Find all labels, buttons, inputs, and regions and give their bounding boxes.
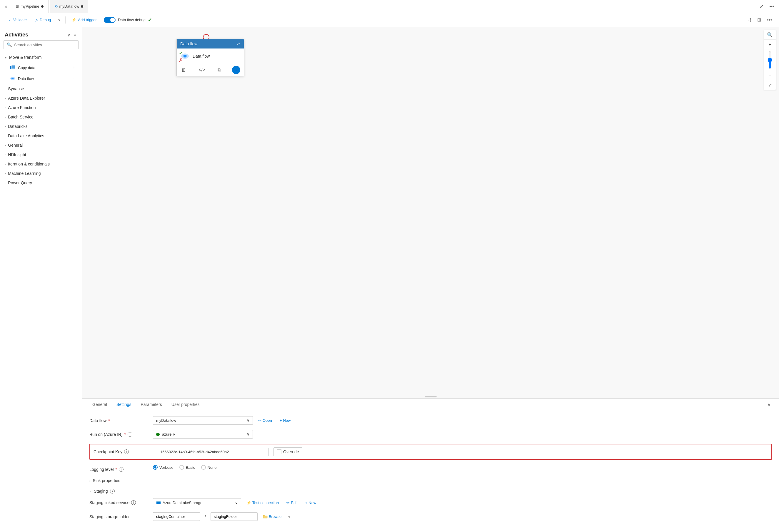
chevron-right-icon: › <box>5 87 6 90</box>
staging-container-input[interactable] <box>153 512 200 521</box>
toolbar-more-btn[interactable]: ••• <box>765 15 774 24</box>
sidebar-group-hdinsight: › HDInsight <box>0 150 82 159</box>
sidebar-group-hdinsight-header[interactable]: › HDInsight <box>0 150 82 159</box>
df-body-label: Data flow <box>193 54 210 59</box>
staging-edit-btn[interactable]: ✏ Edit <box>284 499 300 507</box>
expand-icon-btn[interactable]: ⤢ <box>757 2 766 11</box>
fit-view-btn[interactable]: ⤢ <box>764 80 776 90</box>
radio-basic[interactable]: Basic <box>179 465 195 470</box>
json-btn[interactable]: {} <box>746 15 754 24</box>
sidebar-item-data-flow[interactable]: Data flow ⠿ <box>1 73 81 84</box>
sidebar-minimize-btn[interactable]: « <box>73 32 77 38</box>
table-view-btn[interactable]: ⊞ <box>755 15 764 24</box>
collapse-sidebar-btn[interactable]: » <box>2 3 10 10</box>
staging-ls-dropdown[interactable]: AzureDataLakeStorage ∨ <box>153 498 241 507</box>
staging-folder-input[interactable] <box>211 512 258 521</box>
sidebar-group-general: › General <box>0 140 82 150</box>
search-zoom-btn[interactable]: 🔍 <box>764 30 776 40</box>
dataflow-tab-dot <box>81 5 83 8</box>
search-input[interactable] <box>14 43 75 47</box>
browse-label: Browse <box>269 514 282 519</box>
staging-section[interactable]: ∨ Staging i <box>89 488 772 495</box>
tab-dataflow[interactable]: ⟲ myDataflow <box>50 0 88 13</box>
checkpoint-info-icon[interactable]: i <box>124 449 129 454</box>
logging-radio-group: Verbose Basic None <box>153 465 217 470</box>
df-node-body: Data flow <box>177 49 244 64</box>
debug-status-icon: ✔ <box>148 17 152 23</box>
node-status-icons: ✓ ✗ → <box>179 51 183 69</box>
data-flow-new-btn[interactable]: + New <box>277 416 293 424</box>
df-next-btn[interactable]: → <box>232 66 240 74</box>
df-node-card: Data flow ⤢ Data flow <box>176 39 244 76</box>
zoom-out-btn[interactable]: − <box>764 71 776 80</box>
sidebar-group-iteration-header[interactable]: › Iteration & conditionals <box>0 159 82 169</box>
debug-toggle-switch[interactable] <box>104 17 116 23</box>
staging-folder-expand-btn[interactable]: ∨ <box>287 513 292 521</box>
search-box[interactable]: 🔍 <box>4 40 78 49</box>
run-on-label-text: Run on (Azure IR) <box>89 432 123 437</box>
zoom-slider[interactable] <box>767 51 773 69</box>
radio-verbose[interactable]: Verbose <box>153 465 174 470</box>
logging-required: * <box>116 467 117 472</box>
staging-ls-info-icon[interactable]: i <box>131 500 136 505</box>
data-flow-dropdown[interactable]: myDataflow ∨ <box>153 416 253 425</box>
sidebar-item-copy-data[interactable]: Copy data ⠿ <box>1 62 81 73</box>
staging-edit-label: Edit <box>291 501 297 505</box>
validate-btn[interactable]: ✓ Validate <box>5 16 30 24</box>
canvas[interactable]: Data flow ⤢ Data flow <box>82 27 779 399</box>
sidebar-group-azure-function-header[interactable]: › Azure Function <box>0 103 82 112</box>
settings-row-logging: Logging level * i Verbose Basi <box>89 465 772 472</box>
sidebar-group-batch-service-header[interactable]: › Batch Service <box>0 112 82 122</box>
override-checkbox[interactable] <box>277 449 282 454</box>
run-on-dropdown[interactable]: azureIR ∨ <box>153 430 253 439</box>
sidebar-group-azure-data-explorer-header[interactable]: › Azure Data Explorer <box>0 93 82 103</box>
zoom-in-btn[interactable]: + <box>764 40 776 49</box>
sink-properties-section[interactable]: › Sink properties <box>89 477 772 484</box>
staging-browse-btn[interactable]: Browse <box>260 513 284 521</box>
df-node-open-btn[interactable]: ⤢ <box>237 42 240 46</box>
storage-icon <box>156 500 161 505</box>
sidebar-group-power-query-label: Power Query <box>8 181 32 185</box>
data-flow-open-btn[interactable]: ✏ Open <box>256 416 275 424</box>
tab-pipeline[interactable]: ⊞ myPipeline <box>11 0 49 13</box>
logging-field-value: Verbose Basic None <box>153 465 772 470</box>
copy-data-label: Copy data <box>18 66 35 70</box>
df-copy-btn[interactable]: ⧉ <box>217 66 222 74</box>
sidebar-group-data-lake-analytics-header[interactable]: › Data Lake Analytics <box>0 131 82 140</box>
staging-info-icon[interactable]: i <box>110 489 115 493</box>
tab-settings[interactable]: Settings <box>112 399 135 410</box>
panel-collapse-handle[interactable] <box>422 396 440 398</box>
radio-none[interactable]: None <box>201 465 217 470</box>
settings-row-staging-linked-service: Staging linked service i AzureDataLakeSt… <box>89 498 772 507</box>
run-on-info-icon[interactable]: i <box>128 432 132 437</box>
tab-user-properties[interactable]: User properties <box>167 399 204 410</box>
sidebar-group-general-header[interactable]: › General <box>0 140 82 150</box>
add-trigger-btn[interactable]: ⚡ Add trigger <box>68 16 100 24</box>
more-options-tab-btn[interactable]: ••• <box>767 2 777 11</box>
pipeline-tab-label: myPipeline <box>20 4 40 8</box>
tab-general[interactable]: General <box>88 399 111 410</box>
chevron-right-icon-3: › <box>5 106 6 109</box>
staging-test-connection-btn[interactable]: ⚡ Test connection <box>244 499 281 507</box>
staging-linked-service-value: AzureDataLakeStorage ∨ ⚡ Test connection… <box>153 498 772 507</box>
sidebar-collapse-btn[interactable]: ∨ <box>66 32 71 38</box>
df-code-btn[interactable]: </> <box>197 66 206 74</box>
sidebar-group-databricks-header[interactable]: › Databricks <box>0 122 82 131</box>
logging-info-icon[interactable]: i <box>119 467 123 472</box>
staging-new-btn[interactable]: + New <box>303 499 319 507</box>
sidebar-group-hdinsight-label: HDInsight <box>8 152 26 157</box>
settings-panel-collapse-btn[interactable]: ∧ <box>765 399 773 410</box>
sidebar-group-machine-learning-header[interactable]: › Machine Learning <box>0 169 82 178</box>
settings-content: Data flow * myDataflow ∨ ✏ Open <box>82 410 779 532</box>
chevron-right-icon-6: › <box>5 134 6 138</box>
debug-btn[interactable]: ▷ Debug <box>32 16 54 24</box>
tab-bar: » ⊞ myPipeline ⟲ myDataflow ⤢ ••• <box>0 0 779 13</box>
tab-parameters[interactable]: Parameters <box>136 399 166 410</box>
status-arrow-icon: → <box>179 64 183 69</box>
sidebar-group-synapse-header[interactable]: › Synapse <box>0 84 82 93</box>
data-flow-label-text: Data flow <box>89 418 107 423</box>
sidebar-group-move-transform-header[interactable]: ∨ Move & transform <box>0 53 82 62</box>
sidebar-group-power-query-header[interactable]: › Power Query <box>0 178 82 188</box>
checkpoint-key-input[interactable] <box>157 448 269 456</box>
debug-dropdown-btn[interactable]: ∨ <box>56 16 63 24</box>
